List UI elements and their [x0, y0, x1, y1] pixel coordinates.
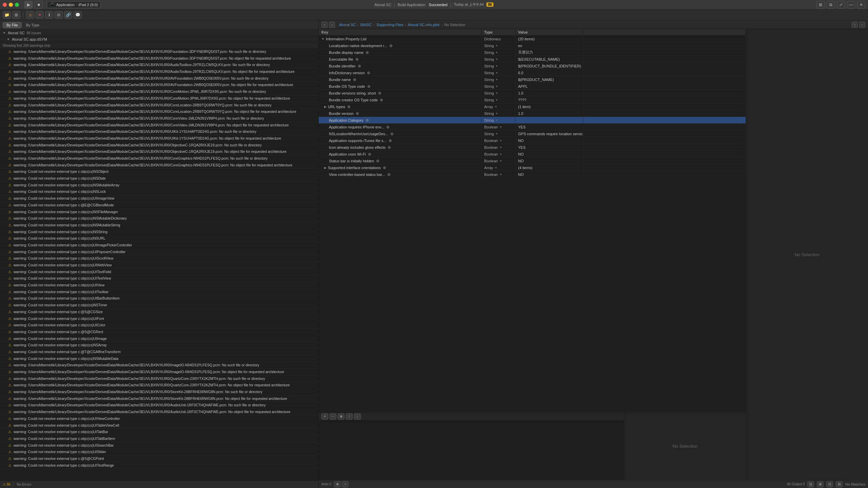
issue-item[interactable]: ⚠warning: /Users/klbernetik/Library/Deve…	[0, 155, 318, 162]
move-down-button[interactable]: ↓	[354, 413, 361, 420]
tab-by-type[interactable]: By Type	[22, 22, 43, 28]
plist-type-cell[interactable]: String ▼	[481, 97, 515, 103]
issue-item[interactable]: ⚠warning: /Users/klbernetik/Library/Deve…	[0, 375, 318, 382]
maximize-button[interactable]	[15, 3, 19, 7]
nav-back-button[interactable]: ‹	[321, 22, 328, 28]
error-filter-icon[interactable]: ✕	[36, 11, 44, 19]
issue-item[interactable]: ⚠warning: /Users/klbernetik/Library/Deve…	[0, 148, 318, 155]
issue-item[interactable]: ⚠warning: Could not resolve external typ…	[0, 349, 318, 355]
close-button[interactable]	[3, 3, 7, 7]
add-row-button[interactable]: ⊕	[353, 77, 356, 82]
issue-item[interactable]: ⚠warning: Could not resolve external typ…	[0, 188, 318, 195]
stop-button[interactable]: ■	[35, 1, 43, 8]
plist-row[interactable]: Status bar is initially hidden ⊕ Boolean…	[319, 158, 746, 164]
plist-value-cell[interactable]: (4 items)	[515, 164, 583, 171]
issue-item[interactable]: ⚠warning: Could not resolve external typ…	[0, 342, 318, 349]
issue-item[interactable]: ⚠warning: /Users/klbernetik/Library/Deve…	[0, 162, 318, 169]
plist-type-cell[interactable]: String ▼	[481, 49, 515, 56]
plist-type-cell[interactable]: Array ▼	[481, 164, 515, 171]
issue-item[interactable]: ⚠warning: /Users/klbernetik/Library/Deve…	[0, 62, 318, 68]
issue-item[interactable]: ⚠warning: Could not resolve external typ…	[0, 322, 318, 329]
plist-row[interactable]: Bundle display name ⊕ String ▼ 天谱识力	[319, 49, 746, 56]
issue-item[interactable]: ⚠warning: Could not resolve external typ…	[0, 455, 318, 462]
grid-icon[interactable]: ⊞	[12, 11, 20, 19]
plist-root-row[interactable]: ▼ Information Property List Dictionary (…	[319, 36, 746, 42]
add-row-button[interactable]: ⊕	[366, 118, 369, 123]
root-expand-arrow[interactable]: ▼	[321, 37, 324, 41]
filter-icon[interactable]: ⊘	[55, 11, 63, 19]
window-min2-button[interactable]: —	[847, 1, 855, 8]
issue-item[interactable]: ⚠warning: Could not resolve external typ…	[0, 255, 318, 262]
issue-item[interactable]: ⚠warning: /Users/klbernetik/Library/Deve…	[0, 128, 318, 135]
issue-item[interactable]: ⚠warning: Could not resolve external typ…	[0, 282, 318, 289]
issue-item[interactable]: ⚠warning: /Users/klbernetik/Library/Deve…	[0, 362, 318, 369]
issue-item[interactable]: ⚠warning: /Users/klbernetik/Library/Deve…	[0, 75, 318, 82]
run-button[interactable]: ▶	[24, 1, 33, 8]
window-fullscreen-button[interactable]: ⤢	[837, 1, 845, 8]
remove-entry-button[interactable]: −	[330, 413, 336, 420]
add-row-button[interactable]: ⊕	[386, 125, 390, 129]
plist-nav-prev[interactable]: ‹	[852, 22, 858, 28]
issue-item[interactable]: ⚠warning: /Users/klbernetik/Library/Deve…	[0, 402, 318, 409]
issue-item[interactable]: ⚠warning: Could not resolve external typ…	[0, 289, 318, 296]
issue-list[interactable]: ▼ Atonal SC 86 Issues ▼ Atonal SC.app.dS…	[0, 30, 318, 481]
plist-value-cell[interactable]: NO	[515, 171, 583, 178]
issue-item[interactable]: ⚠warning: /Users/klbernetik/Library/Deve…	[0, 108, 318, 115]
issue-item[interactable]: ⚠warning: /Users/klbernetik/Library/Deve…	[0, 395, 318, 402]
add-row-button[interactable]: ⊕	[356, 111, 359, 116]
issue-item[interactable]: ⚠warning: Could not resolve external typ…	[0, 295, 318, 302]
issue-item[interactable]: ⚠warning: /Users/klbernetik/Library/Deve…	[0, 102, 318, 109]
issue-item[interactable]: ⚠warning: Could not resolve external typ…	[0, 275, 318, 282]
issue-item[interactable]: ⚠warning: Could not resolve external typ…	[0, 415, 318, 422]
issue-item[interactable]: ⚠warning: /Users/klbernetik/Library/Deve…	[0, 369, 318, 375]
tab-by-file[interactable]: By File	[3, 22, 22, 28]
issue-item[interactable]: ⚠warning: Could not resolve external typ…	[0, 229, 318, 236]
add-row-button[interactable]: ⊕	[347, 104, 351, 109]
plist-row[interactable]: Localization native development r... ⊕ S…	[319, 42, 746, 49]
window-tile-button[interactable]: ⊞	[816, 1, 825, 8]
issue-item[interactable]: ⚠warning: /Users/klbernetik/Library/Deve…	[0, 48, 318, 55]
issue-item[interactable]: ⚠warning: /Users/klbernetik/Library/Deve…	[0, 382, 318, 389]
add-row-button[interactable]: ⊕	[380, 98, 383, 102]
issue-item[interactable]: ⚠warning: Could not resolve external typ…	[0, 222, 318, 229]
bc-plist[interactable]: Atonal SC-info.plist	[408, 23, 440, 27]
plist-value-cell[interactable]: NO	[515, 158, 583, 164]
bottom-btn-2[interactable]: ○	[342, 481, 349, 487]
plist-row[interactable]: ▶ Supported interface orientations ⊕ Arr…	[319, 164, 746, 171]
plist-row[interactable]: InfoDictionary version ⊕ String ▼ 6.0	[319, 69, 746, 76]
plist-row[interactable]: Bundle creator OS Type code ⊕ String ▼ ?…	[319, 97, 746, 103]
plist-type-cell[interactable]: String ▼	[481, 83, 515, 89]
nav-forward-button[interactable]: ›	[329, 22, 335, 28]
plist-value-cell[interactable]: $(PRODUCT_NAME)	[515, 76, 583, 83]
issue-item[interactable]: ⚠warning: /Users/klbernetik/Library/Deve…	[0, 409, 318, 415]
plist-row[interactable]: Bundle identifier ⊕ String ▼ $(PRODUCT_B…	[319, 63, 746, 69]
add-row-button[interactable]: ⊕	[387, 172, 391, 177]
add-row-button[interactable]: ⊕	[367, 84, 371, 89]
plist-type-cell[interactable]: String ▼	[481, 110, 515, 117]
plist-type-cell[interactable]: Boolean ▼	[481, 171, 515, 178]
issue-item[interactable]: ⚠warning: Could not resolve external typ…	[0, 449, 318, 455]
issue-item[interactable]: ⚠warning: Could not resolve external typ…	[0, 442, 318, 449]
plist-type-cell[interactable]: Boolean ▼	[481, 144, 515, 150]
issue-item[interactable]: ⚠warning: Could not resolve external typ…	[0, 329, 318, 336]
plist-type-cell[interactable]: Array ▼	[481, 103, 515, 110]
plist-row[interactable]: Application Category ⊕ String ▼	[319, 117, 746, 124]
plist-type-cell[interactable]: Boolean ▼	[481, 158, 515, 164]
issue-item[interactable]: ⚠warning: Could not resolve external typ…	[0, 209, 318, 216]
info-filter-icon[interactable]: ℹ	[45, 11, 53, 19]
link-icon[interactable]: 🔗	[64, 11, 72, 19]
issue-item[interactable]: ⚠warning: Could not resolve external typ…	[0, 249, 318, 256]
issue-item[interactable]: ⚠warning: Could not resolve external typ…	[0, 175, 318, 182]
add-row-button[interactable]: ⊕	[367, 70, 370, 75]
add-row-button[interactable]: ⊕	[388, 145, 391, 150]
issue-item[interactable]: ⚠warning: Could not resolve external typ…	[0, 202, 318, 209]
window-split-button[interactable]: ⧉	[827, 1, 835, 8]
plist-type-cell[interactable]: String ▼	[481, 117, 515, 123]
plist-row[interactable]: ▶ URL types ⊕ Array ▼ (1 item)	[319, 103, 746, 110]
issue-item[interactable]: ⚠warning: Could not resolve external typ…	[0, 429, 318, 435]
plist-value-cell[interactable]: 天谱识力	[515, 49, 583, 56]
issue-item[interactable]: ⚠warning: Could not resolve external typ…	[0, 235, 318, 242]
output-btn-4[interactable]: ⊟	[836, 481, 843, 487]
bc-supporting[interactable]: Supporting Files	[376, 23, 403, 27]
plist-type-cell[interactable]: String ▼	[481, 130, 515, 137]
